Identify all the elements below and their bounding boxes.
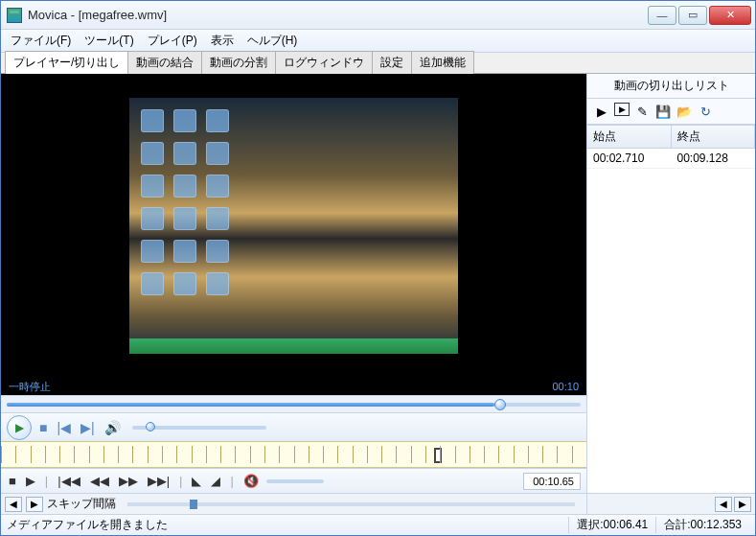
menu-file[interactable]: ファイル(F) <box>5 31 77 51</box>
app-icon <box>7 8 22 23</box>
next-button[interactable]: ▶| <box>79 420 97 435</box>
volume-slider[interactable] <box>132 426 266 430</box>
segment-row[interactable]: 00:02.710 00:09.128 <box>587 149 755 169</box>
playback-time: 00:10 <box>552 381 579 392</box>
menu-help[interactable]: ヘルプ(H) <box>241 31 304 51</box>
segment-panel-title: 動画の切り出しリスト <box>587 74 755 99</box>
menu-tools[interactable]: ツール(T) <box>79 31 139 51</box>
segment-table: 始点 終点 00:02.710 00:09.128 <box>587 125 755 493</box>
status-selection: 選択:00:06.41 <box>568 517 655 533</box>
skip-prev-button[interactable]: ◀ <box>5 497 22 512</box>
tab-log[interactable]: ログウィンドウ <box>275 51 373 74</box>
video-status-row: 一時停止 00:10 <box>1 378 586 395</box>
mark-out-button[interactable]: ◢ <box>209 474 222 488</box>
window-title: Movica - [megafree.wmv] <box>28 8 648 22</box>
seekbar-thumb[interactable] <box>494 399 506 410</box>
segment-toolbar: ▶ ▶ ✎ 💾 📂 ↻ <box>587 99 755 125</box>
skip-fwd-button[interactable]: ▶▶ <box>117 474 140 488</box>
tab-extra[interactable]: 追加機能 <box>411 51 474 74</box>
skip-interval-label: スキップ間隔 <box>47 496 116 512</box>
segment-header: 始点 終点 <box>587 126 755 149</box>
play-button[interactable]: ▶ <box>7 415 32 440</box>
video-content <box>141 109 231 297</box>
seg-playall-button[interactable]: ▶ <box>614 103 630 116</box>
close-button[interactable]: ✕ <box>709 6 751 25</box>
mark-in-button[interactable]: ◣ <box>190 474 203 488</box>
segment-nav: ◀ ▶ <box>587 493 755 514</box>
volume-thumb[interactable] <box>146 422 155 431</box>
skip-next-button[interactable]: ▶ <box>26 497 43 512</box>
seg-save-button[interactable]: 💾 <box>654 103 672 120</box>
segment-start: 00:02.710 <box>587 149 672 168</box>
skip-interval-thumb[interactable] <box>190 500 197 509</box>
seg-edit-button[interactable]: ✎ <box>633 103 651 120</box>
seg-open-button[interactable]: 📂 <box>676 103 693 120</box>
edit-controls: ■ ▶ | |◀◀ ◀◀ ▶▶ ▶▶| | ◣ ◢ | 🔇 00:10.65 <box>1 468 586 493</box>
stop-button[interactable]: ■ <box>37 420 49 435</box>
status-message: メディアファイルを開きました <box>7 517 568 533</box>
seekbar[interactable] <box>7 403 581 407</box>
app-window: Movica - [megafree.wmv] — ▭ ✕ ファイル(F) ツー… <box>0 0 756 536</box>
playback-status: 一時停止 <box>9 380 51 394</box>
main-area: 一時停止 00:10 ▶ ■ |◀ ▶| 🔊 <box>1 74 755 514</box>
col-start[interactable]: 始点 <box>587 126 672 148</box>
maximize-button[interactable]: ▭ <box>678 6 707 25</box>
tabbar: プレイヤー/切り出し 動画の結合 動画の分割 ログウィンドウ 設定 追加機能 <box>1 53 755 74</box>
timeline[interactable] <box>1 441 586 468</box>
skip-back-button[interactable]: ◀◀ <box>88 474 111 488</box>
prev-button[interactable]: |◀ <box>55 420 73 435</box>
tab-split[interactable]: 動画の分割 <box>201 51 276 74</box>
skip-interval-slider[interactable] <box>127 502 575 506</box>
video-frame <box>129 98 457 353</box>
tab-player[interactable]: プレイヤー/切り出し <box>5 51 128 74</box>
status-total: 合計:00:12.353 <box>655 517 749 533</box>
tab-settings[interactable]: 設定 <box>372 51 412 74</box>
player-panel: 一時停止 00:10 ▶ ■ |◀ ▶| 🔊 <box>1 74 587 514</box>
minimize-button[interactable]: — <box>648 6 676 25</box>
menubar: ファイル(F) ツール(T) プレイ(P) 表示 ヘルプ(H) <box>1 30 755 53</box>
seg-play-button[interactable]: ▶ <box>593 103 610 120</box>
seekbar-row <box>1 395 586 412</box>
menu-view[interactable]: 表示 <box>205 31 240 51</box>
segment-end: 00:09.128 <box>672 149 756 168</box>
play-icon: ▶ <box>15 421 24 434</box>
window-buttons: — ▭ ✕ <box>648 6 751 25</box>
player-controls: ▶ ■ |◀ ▶| 🔊 <box>1 412 586 441</box>
menu-play[interactable]: プレイ(P) <box>142 31 203 51</box>
mute-icon[interactable]: 🔇 <box>241 474 261 488</box>
statusbar: メディアファイルを開きました 選択:00:06.41 合計:00:12.353 <box>1 514 755 535</box>
video-display[interactable] <box>1 74 586 378</box>
segment-panel: 動画の切り出しリスト ▶ ▶ ✎ 💾 📂 ↻ 始点 終点 00:02.710 0… <box>587 74 755 514</box>
titlebar: Movica - [megafree.wmv] — ▭ ✕ <box>1 1 755 30</box>
edit-volume-slider[interactable] <box>266 479 324 483</box>
col-end[interactable]: 終点 <box>672 126 756 148</box>
seg-nav-next[interactable]: ▶ <box>734 497 751 512</box>
edit-time-display: 00:10.65 <box>523 473 581 490</box>
seg-refresh-button[interactable]: ↻ <box>697 103 714 120</box>
skip-last-button[interactable]: ▶▶| <box>146 474 172 488</box>
skip-interval-row: ◀ ▶ スキップ間隔 <box>1 493 586 514</box>
skip-first-button[interactable]: |◀◀ <box>56 474 81 488</box>
tab-join[interactable]: 動画の結合 <box>127 51 202 74</box>
seg-nav-prev[interactable]: ◀ <box>715 497 732 512</box>
volume-icon[interactable]: 🔊 <box>103 420 123 435</box>
edit-play-button[interactable]: ▶ <box>24 474 37 488</box>
edit-stop-button[interactable]: ■ <box>7 474 18 488</box>
